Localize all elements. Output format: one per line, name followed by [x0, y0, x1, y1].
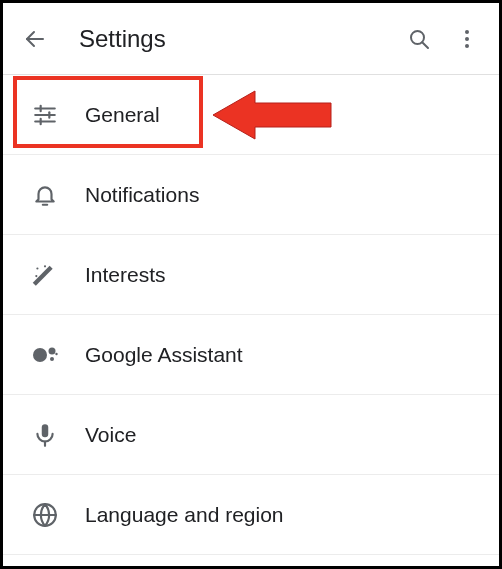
- google-assistant-icon: [21, 331, 69, 379]
- svg-point-17: [33, 348, 47, 362]
- svg-point-19: [50, 357, 54, 361]
- bell-icon: [21, 171, 69, 219]
- svg-point-20: [55, 352, 57, 354]
- svg-rect-21: [42, 424, 49, 437]
- item-label: Voice: [85, 423, 136, 447]
- settings-item-general[interactable]: General: [3, 75, 499, 155]
- settings-item-language-region[interactable]: Language and region: [3, 475, 499, 555]
- svg-point-5: [465, 44, 469, 48]
- mic-icon: [21, 411, 69, 459]
- settings-list: General Notifications Interests: [3, 75, 499, 555]
- arrow-back-icon: [23, 27, 47, 51]
- header: Settings: [3, 3, 499, 75]
- search-icon: [407, 27, 431, 51]
- search-button[interactable]: [395, 15, 443, 63]
- item-label: General: [85, 103, 160, 127]
- more-vert-icon: [455, 27, 479, 51]
- item-label: Google Assistant: [85, 343, 243, 367]
- item-label: Notifications: [85, 183, 199, 207]
- svg-point-3: [465, 30, 469, 34]
- svg-line-2: [422, 42, 428, 48]
- svg-point-14: [36, 267, 38, 269]
- settings-item-interests[interactable]: Interests: [3, 235, 499, 315]
- item-label: Interests: [85, 263, 166, 287]
- svg-point-18: [49, 347, 56, 354]
- svg-point-4: [465, 37, 469, 41]
- back-button[interactable]: [11, 15, 59, 63]
- settings-item-notifications[interactable]: Notifications: [3, 155, 499, 235]
- overflow-menu-button[interactable]: [443, 15, 491, 63]
- svg-point-16: [44, 265, 46, 267]
- svg-point-15: [35, 275, 37, 277]
- item-label: Language and region: [85, 503, 284, 527]
- magic-wand-icon: [21, 251, 69, 299]
- tune-icon: [21, 91, 69, 139]
- settings-item-voice[interactable]: Voice: [3, 395, 499, 475]
- page-title: Settings: [79, 25, 395, 53]
- settings-item-google-assistant[interactable]: Google Assistant: [3, 315, 499, 395]
- globe-icon: [21, 491, 69, 539]
